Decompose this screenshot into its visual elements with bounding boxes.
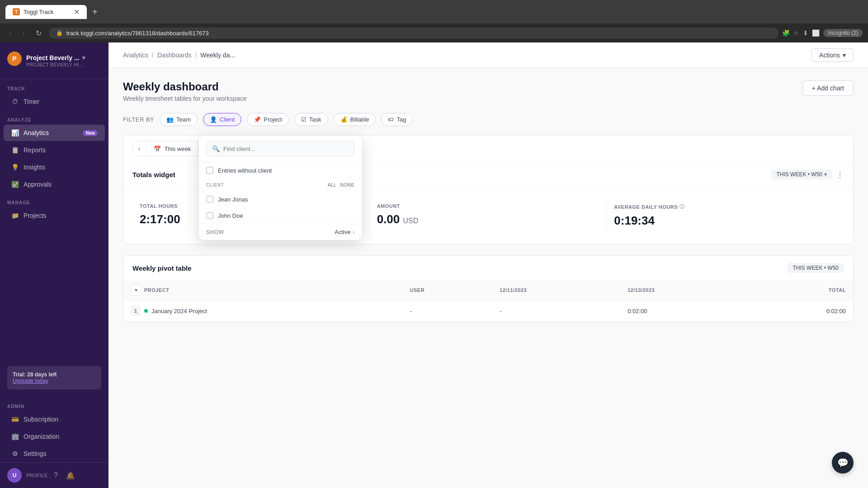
- subscription-icon: 💳: [11, 415, 19, 423]
- admin-section-label: ADMIN: [0, 397, 108, 411]
- amount-label: AMOUNT: [377, 203, 599, 209]
- page-title: Weekly dashboard: [123, 80, 247, 93]
- entries-without-client-item[interactable]: Entries without client: [199, 162, 362, 178]
- team-icon: 👥: [166, 116, 174, 123]
- active-label: Active: [335, 229, 350, 235]
- sidebar-item-organization[interactable]: 🏢 Organization: [4, 428, 105, 445]
- none-button[interactable]: NONE: [340, 182, 354, 188]
- client-label: Client: [220, 116, 235, 123]
- week-badge: THIS WEEK • W50 ▾: [771, 169, 832, 179]
- new-badge: New: [83, 130, 98, 136]
- upgrade-link[interactable]: Upgrade today: [13, 378, 96, 384]
- filter-bar: FILTER BY 👥 Team 👤 Client 📌 Project ☑ Ta…: [123, 113, 854, 126]
- tab-close[interactable]: ✕: [74, 8, 80, 16]
- projects-icon: 📁: [11, 211, 19, 220]
- breadcrumb-dashboards[interactable]: Dashboards: [157, 52, 192, 59]
- filter-tag-button[interactable]: 🏷 Tag: [381, 113, 413, 126]
- active-filter-link[interactable]: Active ›: [335, 229, 354, 235]
- sidebar-item-approvals[interactable]: ✅ Approvals: [4, 176, 105, 192]
- search-input-wrapper[interactable]: 🔍: [206, 141, 354, 156]
- filter-task-button[interactable]: ☑ Task: [294, 113, 328, 126]
- col-date2: 12/13/2023: [620, 280, 748, 300]
- insights-label: Insights: [24, 164, 45, 171]
- nav-back[interactable]: ‹: [5, 27, 15, 39]
- date2-cell: 0:02:00: [620, 300, 748, 322]
- notification-button[interactable]: 🔔: [64, 469, 77, 482]
- filter-team-button[interactable]: 👥 Team: [160, 113, 198, 126]
- tab-title: Toggl Track: [24, 9, 53, 15]
- chat-icon: 💬: [837, 457, 849, 468]
- star-icon: ☆: [793, 29, 799, 37]
- workspace-header: P Project Beverly ... ▾ PROJECT BEVERLY …: [0, 42, 108, 79]
- client2-checkbox[interactable]: [206, 212, 213, 219]
- billable-label: Billable: [350, 116, 369, 123]
- client1-item[interactable]: Jean Jonas: [199, 191, 362, 207]
- timer-label: Timer: [24, 98, 39, 105]
- breadcrumb-current: Weekly da...: [200, 52, 235, 59]
- col-date1: 12/11/2023: [492, 280, 620, 300]
- lock-icon: 🔒: [56, 30, 63, 36]
- client-label-row: CLIENT ALL NONE: [206, 182, 354, 188]
- avatar: U: [7, 468, 22, 483]
- project-filter-label: Project: [264, 116, 282, 123]
- sidebar-bottom: U PROFILE ? 🔔: [0, 462, 108, 488]
- all-button[interactable]: ALL: [328, 182, 337, 188]
- nav-forward[interactable]: ›: [19, 27, 28, 39]
- page-subtitle: Weekly timesheet tables for your workspa…: [123, 95, 247, 102]
- avg-daily-label: AVERAGE DAILY HOURS ⓘ: [614, 203, 837, 210]
- tag-label: Tag: [396, 116, 406, 123]
- total-cell: 0:02:00: [748, 300, 853, 322]
- sidebar-item-settings[interactable]: ⚙ Settings: [4, 446, 105, 462]
- client2-item[interactable]: John Doe: [199, 207, 362, 224]
- client-dropdown: 🔍 Entries without client CLIENT ALL NONE…: [199, 136, 362, 240]
- pivot-week-badge: THIS WEEK • W50: [787, 263, 844, 273]
- pivot-table-header: Weekly pivot table THIS WEEK • W50: [123, 256, 853, 280]
- workspace-name[interactable]: Project Beverly ... ▾: [26, 54, 85, 61]
- filter-client-button[interactable]: 👤 Client: [203, 113, 241, 126]
- client1-checkbox[interactable]: [206, 196, 213, 203]
- trial-box: Trial: 28 days left Upgrade today: [7, 366, 101, 389]
- projects-label: Projects: [24, 212, 47, 219]
- settings-label: Settings: [24, 450, 47, 457]
- page-content: Weekly dashboard Weekly timesheet tables…: [108, 68, 868, 488]
- table-header-row: ▾ PROJECT USER 12/11/2023 12/13/2023 TOT…: [123, 280, 853, 300]
- task-icon: ☑: [301, 116, 307, 123]
- billable-icon: 💰: [340, 116, 348, 123]
- client-search-input[interactable]: [223, 145, 349, 152]
- breadcrumb-analytics[interactable]: Analytics: [123, 52, 148, 59]
- amount-item: AMOUNT 0.00 USD: [370, 196, 607, 235]
- sidebar-item-projects[interactable]: 📁 Projects: [4, 207, 105, 224]
- totals-menu-button[interactable]: ⋮: [836, 169, 844, 179]
- tab-favicon: T: [13, 8, 20, 15]
- sidebar-item-subscription[interactable]: 💳 Subscription: [4, 411, 105, 427]
- entries-checkbox[interactable]: [206, 167, 213, 174]
- active-chevron-icon: ›: [353, 229, 354, 235]
- user-cell: -: [403, 300, 493, 322]
- add-chart-button[interactable]: + Add chart: [802, 80, 854, 96]
- breadcrumb-sep2: /: [195, 52, 197, 59]
- incognito-badge: Incognito (2): [823, 29, 863, 37]
- amount-value: 0.00 USD: [377, 212, 599, 226]
- help-button[interactable]: ?: [52, 469, 60, 481]
- new-tab-button[interactable]: +: [89, 5, 101, 19]
- actions-button[interactable]: Actions ▾: [811, 48, 854, 62]
- address-bar[interactable]: 🔒 track.toggl.com/analytics/7861318/dash…: [49, 28, 779, 39]
- chat-button[interactable]: 💬: [832, 452, 854, 474]
- filter-billable-button[interactable]: 💰 Billable: [334, 113, 376, 126]
- insights-icon: 💡: [11, 163, 19, 171]
- active-tab[interactable]: T Toggl Track ✕: [5, 5, 87, 19]
- browser-chrome: T Toggl Track ✕ +: [0, 0, 868, 23]
- sidebar-item-analytics[interactable]: 📊 Analytics New: [4, 125, 105, 141]
- sidebar-item-timer[interactable]: ⏱ Timer: [4, 94, 105, 110]
- filter-project-button[interactable]: 📌 Project: [247, 113, 288, 126]
- task-label: Task: [309, 116, 321, 123]
- week-badge-chevron: ▾: [824, 171, 827, 178]
- expand-button[interactable]: ▾: [131, 285, 142, 296]
- sidebar-item-insights[interactable]: 💡 Insights: [4, 159, 105, 175]
- workspace-sub: PROJECT BEVERLY HI...: [26, 62, 85, 67]
- sidebar-item-reports[interactable]: 📋 Reports: [4, 142, 105, 158]
- nav-refresh[interactable]: ↻: [32, 27, 45, 39]
- top-bar: Analytics / Dashboards / Weekly da... Ac…: [108, 42, 868, 68]
- date-prev-button[interactable]: ‹: [133, 141, 146, 156]
- timer-icon: ⏱: [11, 98, 19, 106]
